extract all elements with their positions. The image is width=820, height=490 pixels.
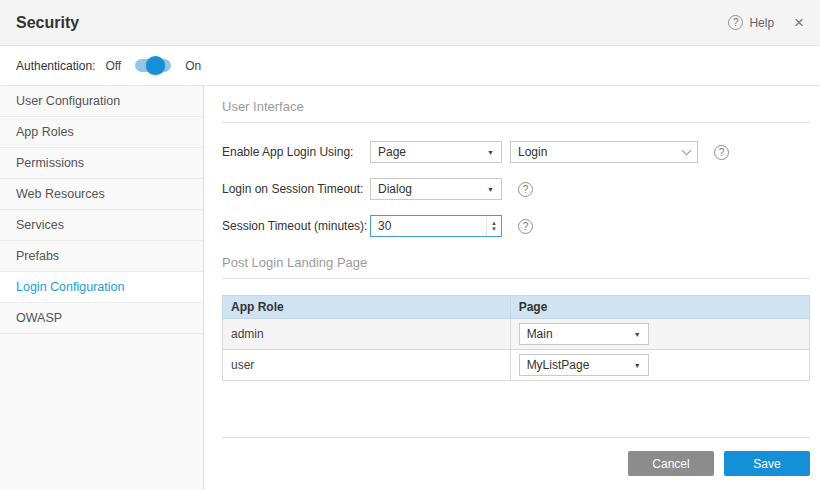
landing-page-table: App Role Page admin Main ▼ [222, 295, 810, 381]
session-timeout-minutes-label: Session Timeout (minutes): [222, 219, 370, 233]
sidebar-item-services[interactable]: Services [0, 210, 203, 241]
footer-actions: Cancel Save [222, 437, 810, 476]
form-row-session-timeout-action: Login on Session Timeout: Dialog ▼ ? [222, 178, 810, 200]
form-row-session-timeout-minutes: Session Timeout (minutes): ▲ ▼ ? [222, 215, 810, 237]
authentication-label: Authentication: [16, 59, 95, 73]
enable-app-login-label: Enable App Login Using: [222, 145, 370, 159]
page-title: Security [16, 14, 79, 32]
section-title-post-login: Post Login Landing Page [222, 255, 810, 279]
sidebar-item-prefabs[interactable]: Prefabs [0, 241, 203, 272]
body: User Configuration App Roles Permissions… [0, 86, 820, 490]
session-timeout-action-select[interactable]: Dialog ▼ [370, 178, 502, 200]
auth-off-label: Off [105, 59, 121, 73]
sidebar-item-web-resources[interactable]: Web Resources [0, 179, 203, 210]
toggle-knob [146, 56, 165, 75]
app-login-page-select[interactable]: Login [510, 141, 698, 163]
sidebar-item-permissions[interactable]: Permissions [0, 148, 203, 179]
stepper-down-icon: ▼ [491, 226, 497, 232]
enable-app-login-help-icon[interactable]: ? [714, 145, 729, 160]
sidebar-item-owasp[interactable]: OWASP [0, 303, 203, 334]
user-page-select[interactable]: MyListPage ▼ [519, 354, 649, 376]
sidebar-item-app-roles[interactable]: App Roles [0, 117, 203, 148]
user-page-value: MyListPage [527, 358, 590, 372]
spacer [222, 381, 810, 437]
app-login-page-value: Login [518, 145, 547, 159]
column-header-page: Page [510, 296, 809, 319]
caret-down-icon: ▼ [634, 362, 641, 369]
session-timeout-input[interactable] [371, 219, 486, 233]
session-timeout-input-wrap: ▲ ▼ [370, 215, 502, 237]
help-button[interactable]: ? Help [728, 15, 774, 30]
session-timeout-stepper[interactable]: ▲ ▼ [486, 216, 501, 236]
sidebar-item-user-configuration[interactable]: User Configuration [0, 86, 203, 117]
table-row: admin Main ▼ [223, 319, 810, 350]
sidebar: User Configuration App Roles Permissions… [0, 86, 204, 490]
auth-on-label: On [185, 59, 201, 73]
page-cell: MyListPage ▼ [510, 350, 809, 381]
section-title-user-interface: User Interface [222, 99, 810, 123]
session-timeout-action-value: Dialog [378, 182, 412, 196]
authentication-toggle[interactable] [135, 59, 171, 72]
form-row-enable-app-login: Enable App Login Using: Page ▼ Login ? [222, 141, 810, 163]
session-timeout-action-help-icon[interactable]: ? [518, 182, 533, 197]
help-icon: ? [728, 15, 743, 30]
save-button[interactable]: Save [724, 451, 810, 476]
title-bar: Security ? Help × [0, 0, 820, 46]
admin-page-value: Main [527, 327, 553, 341]
main-content: User Interface Enable App Login Using: P… [204, 86, 820, 490]
app-login-type-select[interactable]: Page ▼ [370, 141, 502, 163]
table-row: user MyListPage ▼ [223, 350, 810, 381]
admin-page-select[interactable]: Main ▼ [519, 323, 649, 345]
column-header-app-role: App Role [223, 296, 511, 319]
app-login-type-value: Page [378, 145, 406, 159]
page-cell: Main ▼ [510, 319, 809, 350]
session-timeout-action-label: Login on Session Timeout: [222, 182, 370, 196]
table-header-row: App Role Page [223, 296, 810, 319]
security-window: Security ? Help × Authentication: Off On… [0, 0, 820, 490]
chevron-down-icon [682, 146, 692, 156]
app-role-cell: user [223, 350, 511, 381]
caret-down-icon: ▼ [487, 186, 494, 193]
help-label: Help [749, 16, 774, 30]
app-role-cell: admin [223, 319, 511, 350]
close-icon[interactable]: × [794, 14, 804, 31]
cancel-button[interactable]: Cancel [628, 451, 714, 476]
caret-down-icon: ▼ [487, 149, 494, 156]
title-bar-actions: ? Help × [728, 14, 804, 31]
session-timeout-minutes-help-icon[interactable]: ? [518, 219, 533, 234]
sidebar-item-login-configuration[interactable]: Login Configuration [0, 272, 203, 303]
authentication-row: Authentication: Off On [0, 46, 820, 86]
caret-down-icon: ▼ [634, 331, 641, 338]
